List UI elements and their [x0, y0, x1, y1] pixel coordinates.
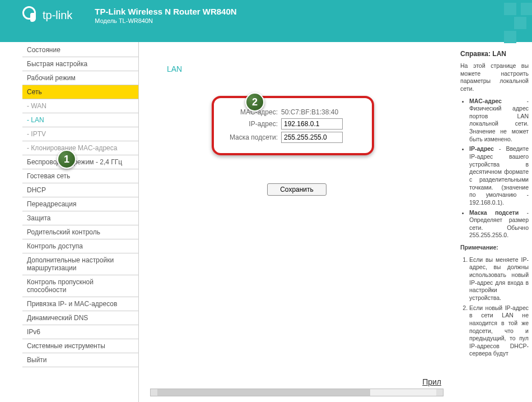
lan-settings-box: MAC-адрес: 50:C7:BF:B1:38:40 IP-адрес: М… [212, 96, 374, 155]
product-title: TP-Link Wireless N Router WR840N [95, 7, 236, 16]
help-panel: Справка: LAN На этой странице вы можете … [455, 42, 532, 402]
annotation-badge-1: 1 [57, 150, 76, 169]
annotation-badge-2: 2 [245, 93, 264, 112]
help-ip: IP-адрес - Введите IP-адрес вашего устро… [469, 145, 529, 206]
nav-ip-mac-binding[interactable]: Привязка IP- и MAC-адресов [22, 297, 138, 311]
ip-input[interactable] [281, 118, 343, 130]
help-mask: Маска подсети - Определяет размер сети. … [469, 209, 529, 240]
nav-mac-clone[interactable]: - Клонирование MAC-адреса [22, 141, 138, 155]
help-note-2: Если новый IP-адрес в сети LAN не находи… [469, 304, 529, 358]
nav-security[interactable]: Защита [22, 211, 138, 225]
nav-guest-network[interactable]: Гостевая сеть [22, 169, 138, 183]
nav-dhcp[interactable]: DHCP [22, 183, 138, 197]
nav-status[interactable]: Состояние [22, 43, 138, 57]
sidebar-nav: Состояние Быстрая настройка Рабочий режи… [0, 42, 139, 402]
nav-forwarding[interactable]: Переадресация [22, 197, 138, 211]
nav-iptv[interactable]: - IPTV [22, 127, 138, 141]
tplink-logo-icon [22, 7, 39, 24]
nav-ipv6[interactable]: IPv6 [22, 325, 138, 339]
header: tp-link TP-Link Wireless N Router WR840N… [0, 0, 532, 42]
nav-wan[interactable]: - WAN [22, 99, 138, 113]
nav-work-mode[interactable]: Рабочий режим [22, 71, 138, 85]
nav-network[interactable]: Сеть [22, 85, 138, 99]
nav-logout[interactable]: Выйти [22, 353, 138, 367]
brand-text: tp-link [43, 9, 72, 22]
nav-parental[interactable]: Родительский контроль [22, 225, 138, 239]
help-note-1: Если вы меняете IP-адрес, вы должны испо… [469, 256, 529, 302]
page-title: LAN [167, 64, 444, 73]
help-mac: MAC-адрес - Физический адрес портов LAN … [469, 98, 529, 144]
help-intro: На этой странице вы можете настроить пар… [460, 62, 529, 93]
nav-wireless[interactable]: Беспроводной режим - 2,4 ГГц [22, 155, 138, 169]
nav-lan[interactable]: - LAN [22, 113, 138, 127]
mask-label: Маска подсети: [225, 133, 281, 141]
help-title: Справка: LAN [460, 50, 529, 58]
status-text: Прил [422, 377, 441, 386]
nav-bandwidth[interactable]: Контроль пропускной способности [22, 275, 138, 297]
ip-label: IP-адрес: [225, 120, 281, 128]
help-note-title: Примечание: [460, 244, 529, 252]
main-panel: LAN MAC-адрес: 50:C7:BF:B1:38:40 IP-адре… [139, 42, 455, 402]
mac-value: 50:C7:BF:B1:38:40 [281, 108, 338, 116]
nav-advanced-routing[interactable]: Дополнительные настройки маршрутизации [22, 253, 138, 275]
mask-input[interactable] [281, 132, 343, 143]
save-button[interactable]: Сохранить [267, 183, 326, 196]
nav-quick-setup[interactable]: Быстрая настройка [22, 57, 138, 71]
brand-logo: tp-link [22, 7, 72, 24]
horizontal-scrollbar[interactable] [150, 389, 444, 396]
nav-system-tools[interactable]: Системные инструменты [22, 339, 138, 353]
product-model: Модель TL-WR840N [95, 17, 236, 24]
nav-access-control[interactable]: Контроль доступа [22, 239, 138, 253]
nav-ddns[interactable]: Динамический DNS [22, 311, 138, 325]
